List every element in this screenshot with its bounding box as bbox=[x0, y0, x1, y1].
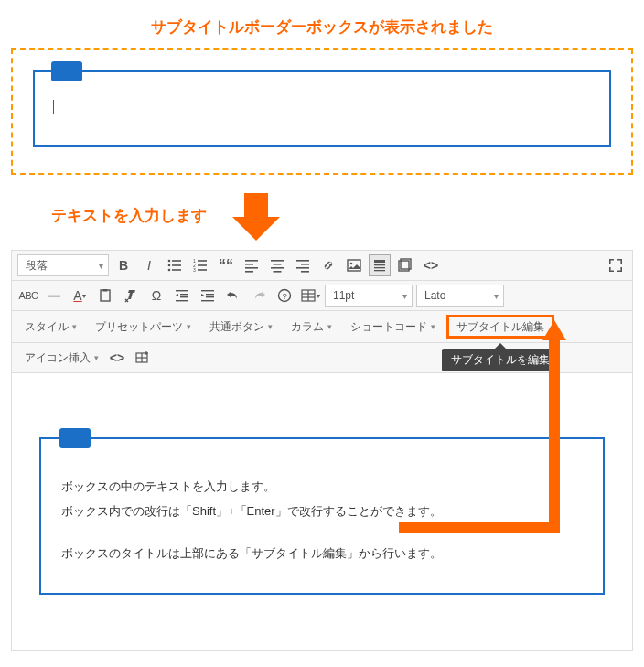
svg-rect-15 bbox=[245, 271, 253, 273]
help-button[interactable]: ? bbox=[274, 285, 295, 307]
link-button[interactable] bbox=[317, 254, 339, 276]
svg-rect-29 bbox=[374, 270, 385, 271]
text-cursor bbox=[53, 100, 54, 114]
toolbar-toggle-button[interactable] bbox=[369, 254, 391, 276]
heading-enter-text: テキストを入力します bbox=[51, 205, 207, 226]
blockquote-button[interactable]: ““ bbox=[215, 254, 237, 276]
svg-rect-12 bbox=[245, 260, 258, 262]
svg-rect-39 bbox=[206, 294, 214, 295]
toolbar-row-2: ABC — A ▾ Ω ? ▾ 11pt Lato bbox=[12, 281, 632, 311]
svg-rect-24 bbox=[348, 260, 360, 271]
svg-point-4 bbox=[168, 269, 171, 272]
svg-rect-7 bbox=[198, 260, 207, 262]
content-line-1: ボックスの中のテキストを入力します。 bbox=[61, 474, 583, 499]
outdent-button[interactable] bbox=[171, 285, 193, 307]
column-dropdown[interactable]: カラム bbox=[284, 316, 339, 338]
annotation-highlight-box bbox=[11, 48, 633, 175]
code-button[interactable]: <> bbox=[420, 254, 442, 276]
svg-rect-1 bbox=[172, 260, 181, 262]
toolbar-row-3: スタイル プリセットパーツ 共通ボタン カラム ショートコード サブタイトル編集… bbox=[12, 311, 632, 343]
fullscreen-button[interactable] bbox=[605, 254, 627, 276]
strikethrough-button[interactable]: ABC bbox=[17, 285, 39, 307]
bulleted-list-button[interactable] bbox=[164, 254, 186, 276]
svg-rect-22 bbox=[296, 267, 309, 269]
subtitle-edit-label: サブタイトル編集 bbox=[456, 319, 544, 335]
svg-rect-11 bbox=[198, 269, 207, 271]
numbered-list-button[interactable]: 123 bbox=[189, 254, 211, 276]
editor-content-area[interactable]: ボックスの中のテキストを入力します。 ボックス内での改行は「Shift」+「En… bbox=[12, 373, 632, 650]
fontsize-dropdown[interactable]: 11pt bbox=[325, 285, 413, 307]
svg-rect-40 bbox=[206, 296, 214, 297]
code-button-2[interactable]: <> bbox=[106, 347, 128, 369]
svg-rect-21 bbox=[301, 264, 309, 265]
subtitle-border-box-filled[interactable]: ボックスの中のテキストを入力します。 ボックス内での改行は「Shift」+「En… bbox=[39, 437, 605, 595]
svg-rect-9 bbox=[198, 264, 207, 266]
undo-button[interactable] bbox=[222, 285, 244, 307]
svg-rect-36 bbox=[180, 296, 188, 297]
svg-rect-38 bbox=[201, 290, 214, 291]
icon-insert-button[interactable]: アイコン挿入 bbox=[17, 347, 102, 369]
svg-point-2 bbox=[168, 264, 171, 267]
insert-image-button[interactable] bbox=[343, 254, 365, 276]
subtitle-tab bbox=[59, 428, 91, 448]
svg-rect-5 bbox=[172, 269, 181, 271]
svg-text:?: ? bbox=[283, 292, 287, 301]
svg-rect-20 bbox=[296, 260, 309, 262]
align-center-button[interactable] bbox=[266, 254, 288, 276]
svg-rect-19 bbox=[274, 271, 282, 273]
subtitle-tab bbox=[51, 61, 82, 81]
paste-button[interactable] bbox=[94, 285, 116, 307]
svg-rect-13 bbox=[245, 264, 253, 265]
svg-point-25 bbox=[350, 263, 353, 265]
svg-rect-33 bbox=[103, 289, 108, 292]
gallery-button[interactable] bbox=[394, 254, 416, 276]
italic-button[interactable]: I bbox=[138, 254, 160, 276]
svg-text:3: 3 bbox=[193, 267, 196, 273]
subtitle-border-box[interactable] bbox=[33, 70, 611, 147]
paragraph-dropdown[interactable]: 段落 bbox=[17, 254, 109, 276]
fontfamily-dropdown[interactable]: Lato bbox=[416, 285, 504, 307]
svg-rect-37 bbox=[176, 300, 188, 301]
svg-rect-14 bbox=[245, 267, 258, 269]
svg-rect-18 bbox=[271, 267, 284, 269]
svg-rect-16 bbox=[271, 260, 284, 262]
horizontal-rule-button[interactable]: — bbox=[43, 285, 65, 307]
bold-button[interactable]: B bbox=[113, 254, 134, 276]
svg-rect-27 bbox=[374, 264, 385, 265]
grid-add-button[interactable] bbox=[132, 347, 154, 369]
content-line-3: ボックスのタイトルは上部にある「サブタイトル編集」から行います。 bbox=[61, 541, 583, 565]
redo-button[interactable] bbox=[248, 285, 270, 307]
common-button-dropdown[interactable]: 共通ボタン bbox=[202, 316, 280, 338]
down-arrow-icon bbox=[232, 193, 280, 241]
style-dropdown[interactable]: スタイル bbox=[17, 316, 84, 338]
svg-rect-41 bbox=[201, 300, 214, 301]
shortcode-dropdown[interactable]: ショートコード bbox=[343, 316, 443, 338]
box-content: ボックスの中のテキストを入力します。 ボックス内での改行は「Shift」+「En… bbox=[61, 474, 583, 565]
svg-rect-17 bbox=[274, 264, 282, 265]
svg-rect-32 bbox=[101, 290, 110, 301]
svg-rect-23 bbox=[301, 271, 309, 273]
svg-rect-28 bbox=[374, 267, 385, 268]
align-left-button[interactable] bbox=[241, 254, 263, 276]
subtitle-edit-tooltip: サブタイトルを編集 bbox=[442, 349, 559, 371]
preset-parts-dropdown[interactable]: プリセットパーツ bbox=[88, 316, 199, 338]
svg-rect-34 bbox=[176, 290, 188, 291]
table-button[interactable]: ▾ bbox=[299, 285, 321, 307]
content-line-2: ボックス内での改行は「Shift」+「Enter」で改行することができます。 bbox=[61, 499, 583, 523]
svg-point-0 bbox=[168, 260, 171, 263]
svg-rect-35 bbox=[180, 294, 188, 295]
svg-rect-3 bbox=[172, 264, 181, 266]
toolbar-row-1: 段落 B I 123 ““ <> bbox=[12, 251, 632, 281]
heading-subtitle-box-shown: サブタイトルボーダーボックスが表示されました bbox=[7, 16, 637, 38]
special-char-button[interactable]: Ω bbox=[145, 285, 167, 307]
align-right-button[interactable] bbox=[292, 254, 314, 276]
subtitle-edit-button[interactable]: サブタイトル編集 サブタイトルを編集 bbox=[446, 315, 554, 339]
text-color-button[interactable]: A ▾ bbox=[69, 285, 91, 307]
rich-text-editor: 段落 B I 123 ““ <> ABC — A ▾ Ω bbox=[11, 250, 633, 651]
indent-button[interactable] bbox=[197, 285, 219, 307]
svg-rect-26 bbox=[374, 260, 385, 263]
clear-formatting-button[interactable] bbox=[120, 285, 142, 307]
